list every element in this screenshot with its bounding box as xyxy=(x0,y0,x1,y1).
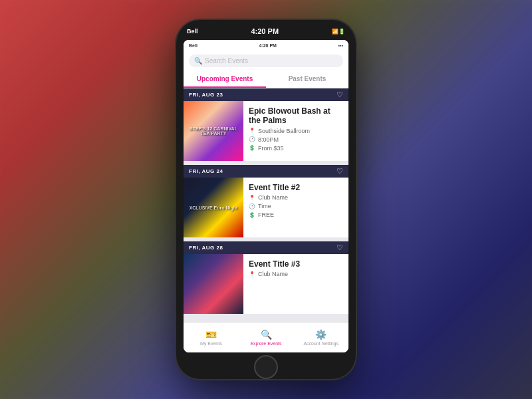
event-venue-row-2: 📍 Club Name xyxy=(249,194,343,201)
event-venue-3: Club Name xyxy=(258,271,288,277)
event-venue-row-3: 📍 Club Name xyxy=(249,271,343,277)
phone-shell: Bell 4:20 PM 📶🔋 Bell 4:20 PM ▪▪▪ 🔍 Searc… xyxy=(176,20,356,379)
explore-events-icon: 🔍 xyxy=(261,329,272,340)
favorite-icon-1[interactable]: ♡ xyxy=(336,90,343,99)
carrier-text: Bell xyxy=(187,28,198,35)
nav-my-events[interactable]: 🎫 My Events xyxy=(184,323,239,352)
events-list: FRI, AUG 23 ♡ STEP'S 12 CARNIVAL TEA PAR… xyxy=(184,88,348,322)
my-events-label: My Events xyxy=(200,341,222,346)
event-price-row-1: 💲 From $35 xyxy=(249,145,343,152)
event-time-row-1: 🕐 8:00PM xyxy=(249,136,343,143)
nav-explore-events[interactable]: 🔍 Explore Events xyxy=(239,323,294,352)
event-price-2: FREE xyxy=(258,211,274,218)
event-time-1: 8:00PM xyxy=(258,136,279,143)
event-card-3[interactable]: FRI, AUG 28 ♡ Event Title #3 📍 Club Name xyxy=(184,241,348,314)
event-venue-1: Southside Ballroom xyxy=(258,128,310,134)
nav-account-settings[interactable]: ⚙️ Account Settings xyxy=(293,323,348,352)
account-settings-label: Account Settings xyxy=(303,341,338,346)
account-settings-icon: ⚙️ xyxy=(315,329,327,340)
event-time-2: Time xyxy=(258,203,271,209)
pin-icon-2: 📍 xyxy=(249,195,255,201)
status-time: 4:20 PM xyxy=(251,27,279,35)
event-body-1: STEP'S 12 CARNIVAL TEA PARTY Epic Blowou… xyxy=(184,101,348,161)
event-card-1[interactable]: FRI, AUG 23 ♡ STEP'S 12 CARNIVAL TEA PAR… xyxy=(184,88,348,161)
search-bar-container: 🔍 Search Events xyxy=(184,51,348,71)
event-date-2: FRI, AUG 24 xyxy=(189,168,223,174)
clock-icon-2: 🕐 xyxy=(249,203,255,209)
status-bar: Bell 4:20 PM ▪▪▪ xyxy=(184,40,348,51)
favorite-icon-3[interactable]: ♡ xyxy=(336,243,343,252)
search-input-wrapper[interactable]: 🔍 Search Events xyxy=(189,55,343,67)
pin-icon-3: 📍 xyxy=(249,271,255,277)
search-icon: 🔍 xyxy=(194,57,202,65)
event-body-3: Event Title #3 📍 Club Name xyxy=(184,254,348,314)
event-header-3: FRI, AUG 28 ♡ xyxy=(184,241,348,254)
event-title-3: Event Title #3 xyxy=(249,259,343,269)
event-img-text-3 xyxy=(184,254,243,314)
event-date-3: FRI, AUG 28 xyxy=(189,245,223,251)
pin-icon-1: 📍 xyxy=(249,128,255,134)
event-details-3: Event Title #3 📍 Club Name xyxy=(243,254,348,314)
event-price-row-2: 💲 FREE xyxy=(249,211,343,218)
event-header-2: FRI, AUG 24 ♡ xyxy=(184,165,348,178)
event-image-2: XCLUSIVE Euro Night xyxy=(184,178,243,237)
bottom-nav: 🎫 My Events 🔍 Explore Events ⚙️ Account … xyxy=(184,322,348,352)
phone-screen: Bell 4:20 PM ▪▪▪ 🔍 Search Events Upcomin… xyxy=(184,40,348,352)
home-button[interactable] xyxy=(254,355,278,379)
dollar-icon-1: 💲 xyxy=(249,145,255,151)
time-status: 4:20 PM xyxy=(259,43,276,48)
event-header-1: FRI, AUG 23 ♡ xyxy=(184,88,348,101)
event-venue-2: Club Name xyxy=(258,194,288,201)
event-body-2: XCLUSIVE Euro Night Event Title #2 📍 Clu… xyxy=(184,178,348,237)
my-events-icon: 🎫 xyxy=(205,329,217,340)
event-details-1: Epic Blowout Bash at the Palms 📍 Southsi… xyxy=(243,101,348,161)
tab-past[interactable]: Past Events xyxy=(266,71,348,88)
favorite-icon-2[interactable]: ♡ xyxy=(336,167,343,176)
event-img-text-1: STEP'S 12 CARNIVAL TEA PARTY xyxy=(184,101,243,161)
event-img-text-2: XCLUSIVE Euro Night xyxy=(184,178,243,237)
dollar-icon-2: 💲 xyxy=(249,212,255,218)
tabs-bar: Upcoming Events Past Events xyxy=(184,71,348,88)
event-date-1: FRI, AUG 23 xyxy=(189,92,223,98)
event-time-row-2: 🕐 Time xyxy=(249,203,343,209)
event-venue-row-1: 📍 Southside Ballroom xyxy=(249,128,343,134)
event-details-2: Event Title #2 📍 Club Name 🕐 Time 💲 FREE xyxy=(243,178,348,237)
event-title-2: Event Title #2 xyxy=(249,183,343,192)
search-placeholder: Search Events xyxy=(205,57,248,65)
battery-status: ▪▪▪ xyxy=(338,43,343,48)
event-image-1: STEP'S 12 CARNIVAL TEA PARTY xyxy=(184,101,243,161)
clock-icon-1: 🕐 xyxy=(249,136,255,142)
event-image-3 xyxy=(184,254,243,314)
event-card-2[interactable]: FRI, AUG 24 ♡ XCLUSIVE Euro Night Event … xyxy=(184,165,348,237)
tab-upcoming[interactable]: Upcoming Events xyxy=(184,71,266,88)
explore-events-label: Explore Events xyxy=(250,341,281,346)
event-price-1: From $35 xyxy=(258,145,284,152)
carrier-status: Bell xyxy=(189,43,198,48)
event-title-1: Epic Blowout Bash at the Palms xyxy=(249,106,343,126)
phone-top-bar: Bell 4:20 PM 📶🔋 xyxy=(176,20,356,39)
status-icons: 📶🔋 xyxy=(332,29,345,35)
